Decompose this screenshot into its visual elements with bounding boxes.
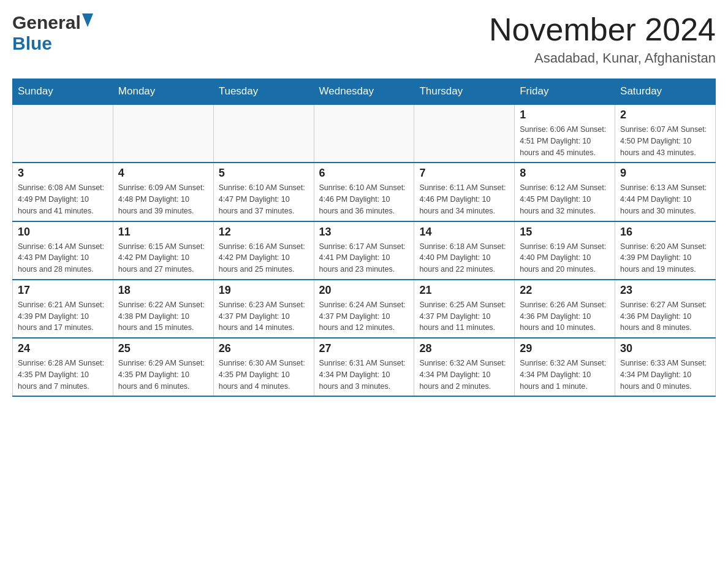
calendar-cell: 3Sunrise: 6:08 AM Sunset: 4:49 PM Daylig… bbox=[13, 163, 113, 221]
day-info: Sunrise: 6:16 AM Sunset: 4:42 PM Dayligh… bbox=[219, 241, 309, 275]
calendar-cell: 22Sunrise: 6:26 AM Sunset: 4:36 PM Dayli… bbox=[515, 280, 615, 338]
day-number: 7 bbox=[419, 167, 509, 180]
calendar-header-saturday: Saturday bbox=[615, 79, 716, 105]
day-info: Sunrise: 6:24 AM Sunset: 4:37 PM Dayligh… bbox=[319, 299, 409, 334]
day-number: 14 bbox=[419, 226, 509, 239]
calendar-cell: 4Sunrise: 6:09 AM Sunset: 4:48 PM Daylig… bbox=[113, 163, 213, 221]
calendar-cell: 23Sunrise: 6:27 AM Sunset: 4:36 PM Dayli… bbox=[615, 280, 716, 338]
calendar-cell: 10Sunrise: 6:14 AM Sunset: 4:43 PM Dayli… bbox=[13, 221, 113, 280]
svg-marker-0 bbox=[82, 13, 93, 27]
calendar-header-wednesday: Wednesday bbox=[314, 79, 414, 105]
title-block: November 2024 Asadabad, Kunar, Afghanist… bbox=[489, 12, 716, 66]
day-number: 27 bbox=[319, 342, 409, 355]
calendar-cell: 1Sunrise: 6:06 AM Sunset: 4:51 PM Daylig… bbox=[515, 104, 615, 163]
day-number: 1 bbox=[520, 109, 610, 121]
day-number: 8 bbox=[520, 167, 610, 180]
calendar-header-row: SundayMondayTuesdayWednesdayThursdayFrid… bbox=[13, 79, 716, 105]
calendar-cell: 12Sunrise: 6:16 AM Sunset: 4:42 PM Dayli… bbox=[213, 221, 314, 280]
calendar-table: SundayMondayTuesdayWednesdayThursdayFrid… bbox=[12, 79, 716, 397]
day-info: Sunrise: 6:26 AM Sunset: 4:36 PM Dayligh… bbox=[520, 299, 610, 334]
day-info: Sunrise: 6:20 AM Sunset: 4:39 PM Dayligh… bbox=[620, 241, 710, 275]
day-number: 9 bbox=[620, 167, 710, 180]
calendar-cell bbox=[314, 104, 414, 163]
day-info: Sunrise: 6:06 AM Sunset: 4:51 PM Dayligh… bbox=[520, 124, 610, 158]
day-info: Sunrise: 6:27 AM Sunset: 4:36 PM Dayligh… bbox=[620, 299, 710, 334]
day-info: Sunrise: 6:30 AM Sunset: 4:35 PM Dayligh… bbox=[219, 358, 309, 392]
day-number: 6 bbox=[319, 167, 409, 180]
day-number: 5 bbox=[219, 167, 309, 180]
day-number: 12 bbox=[219, 226, 309, 239]
day-info: Sunrise: 6:15 AM Sunset: 4:42 PM Dayligh… bbox=[118, 241, 208, 275]
day-info: Sunrise: 6:11 AM Sunset: 4:46 PM Dayligh… bbox=[419, 182, 509, 216]
day-info: Sunrise: 6:23 AM Sunset: 4:37 PM Dayligh… bbox=[219, 299, 309, 334]
day-number: 28 bbox=[419, 342, 509, 355]
day-info: Sunrise: 6:21 AM Sunset: 4:39 PM Dayligh… bbox=[18, 299, 108, 334]
calendar-cell: 29Sunrise: 6:32 AM Sunset: 4:34 PM Dayli… bbox=[515, 338, 615, 396]
calendar-header-thursday: Thursday bbox=[414, 79, 515, 105]
day-number: 25 bbox=[118, 342, 208, 355]
day-info: Sunrise: 6:07 AM Sunset: 4:50 PM Dayligh… bbox=[620, 124, 710, 158]
day-number: 2 bbox=[620, 109, 710, 121]
day-number: 22 bbox=[520, 284, 610, 297]
day-info: Sunrise: 6:13 AM Sunset: 4:44 PM Dayligh… bbox=[620, 182, 710, 216]
day-number: 21 bbox=[419, 284, 509, 297]
day-info: Sunrise: 6:12 AM Sunset: 4:45 PM Dayligh… bbox=[520, 182, 610, 216]
calendar-cell: 28Sunrise: 6:32 AM Sunset: 4:34 PM Dayli… bbox=[414, 338, 515, 396]
calendar-cell: 15Sunrise: 6:19 AM Sunset: 4:40 PM Dayli… bbox=[515, 221, 615, 280]
calendar-week-3: 10Sunrise: 6:14 AM Sunset: 4:43 PM Dayli… bbox=[13, 221, 716, 280]
calendar-header-monday: Monday bbox=[113, 79, 213, 105]
day-number: 26 bbox=[219, 342, 309, 355]
logo-arrow-icon bbox=[82, 13, 93, 29]
day-number: 11 bbox=[118, 226, 208, 239]
calendar-cell: 18Sunrise: 6:22 AM Sunset: 4:38 PM Dayli… bbox=[113, 280, 213, 338]
day-number: 24 bbox=[18, 342, 108, 355]
logo-blue-text: Blue bbox=[12, 33, 52, 54]
calendar-cell: 26Sunrise: 6:30 AM Sunset: 4:35 PM Dayli… bbox=[213, 338, 314, 396]
day-number: 10 bbox=[18, 226, 108, 239]
logo-general-text: General bbox=[12, 12, 81, 33]
calendar-header-tuesday: Tuesday bbox=[213, 79, 314, 105]
logo: General Blue bbox=[12, 12, 93, 54]
main-title: November 2024 bbox=[489, 12, 716, 47]
calendar-header-friday: Friday bbox=[515, 79, 615, 105]
calendar-week-2: 3Sunrise: 6:08 AM Sunset: 4:49 PM Daylig… bbox=[13, 163, 716, 221]
day-number: 20 bbox=[319, 284, 409, 297]
calendar-cell: 5Sunrise: 6:10 AM Sunset: 4:47 PM Daylig… bbox=[213, 163, 314, 221]
day-number: 29 bbox=[520, 342, 610, 355]
calendar-header-sunday: Sunday bbox=[13, 79, 113, 105]
day-info: Sunrise: 6:19 AM Sunset: 4:40 PM Dayligh… bbox=[520, 241, 610, 275]
day-info: Sunrise: 6:14 AM Sunset: 4:43 PM Dayligh… bbox=[18, 241, 108, 275]
calendar-cell: 24Sunrise: 6:28 AM Sunset: 4:35 PM Dayli… bbox=[13, 338, 113, 396]
calendar-cell bbox=[414, 104, 515, 163]
calendar-cell: 20Sunrise: 6:24 AM Sunset: 4:37 PM Dayli… bbox=[314, 280, 414, 338]
calendar-cell: 30Sunrise: 6:33 AM Sunset: 4:34 PM Dayli… bbox=[615, 338, 716, 396]
day-number: 16 bbox=[620, 226, 710, 239]
day-number: 18 bbox=[118, 284, 208, 297]
calendar-cell: 6Sunrise: 6:10 AM Sunset: 4:46 PM Daylig… bbox=[314, 163, 414, 221]
calendar-cell: 11Sunrise: 6:15 AM Sunset: 4:42 PM Dayli… bbox=[113, 221, 213, 280]
calendar-cell: 19Sunrise: 6:23 AM Sunset: 4:37 PM Dayli… bbox=[213, 280, 314, 338]
calendar-week-5: 24Sunrise: 6:28 AM Sunset: 4:35 PM Dayli… bbox=[13, 338, 716, 396]
calendar-cell: 16Sunrise: 6:20 AM Sunset: 4:39 PM Dayli… bbox=[615, 221, 716, 280]
day-info: Sunrise: 6:22 AM Sunset: 4:38 PM Dayligh… bbox=[118, 299, 208, 334]
calendar-cell: 9Sunrise: 6:13 AM Sunset: 4:44 PM Daylig… bbox=[615, 163, 716, 221]
day-number: 15 bbox=[520, 226, 610, 239]
day-info: Sunrise: 6:10 AM Sunset: 4:47 PM Dayligh… bbox=[219, 182, 309, 216]
day-number: 17 bbox=[18, 284, 108, 297]
calendar-cell: 17Sunrise: 6:21 AM Sunset: 4:39 PM Dayli… bbox=[13, 280, 113, 338]
day-number: 23 bbox=[620, 284, 710, 297]
calendar-cell: 14Sunrise: 6:18 AM Sunset: 4:40 PM Dayli… bbox=[414, 221, 515, 280]
day-info: Sunrise: 6:18 AM Sunset: 4:40 PM Dayligh… bbox=[419, 241, 509, 275]
page-header: General Blue November 2024 Asadabad, Kun… bbox=[12, 12, 716, 66]
day-info: Sunrise: 6:32 AM Sunset: 4:34 PM Dayligh… bbox=[520, 358, 610, 392]
day-info: Sunrise: 6:25 AM Sunset: 4:37 PM Dayligh… bbox=[419, 299, 509, 334]
calendar-week-1: 1Sunrise: 6:06 AM Sunset: 4:51 PM Daylig… bbox=[13, 104, 716, 163]
calendar-cell: 21Sunrise: 6:25 AM Sunset: 4:37 PM Dayli… bbox=[414, 280, 515, 338]
day-info: Sunrise: 6:31 AM Sunset: 4:34 PM Dayligh… bbox=[319, 358, 409, 392]
day-info: Sunrise: 6:28 AM Sunset: 4:35 PM Dayligh… bbox=[18, 358, 108, 392]
calendar-cell: 27Sunrise: 6:31 AM Sunset: 4:34 PM Dayli… bbox=[314, 338, 414, 396]
day-info: Sunrise: 6:10 AM Sunset: 4:46 PM Dayligh… bbox=[319, 182, 409, 216]
calendar-cell bbox=[13, 104, 113, 163]
calendar-cell bbox=[213, 104, 314, 163]
day-number: 30 bbox=[620, 342, 710, 355]
